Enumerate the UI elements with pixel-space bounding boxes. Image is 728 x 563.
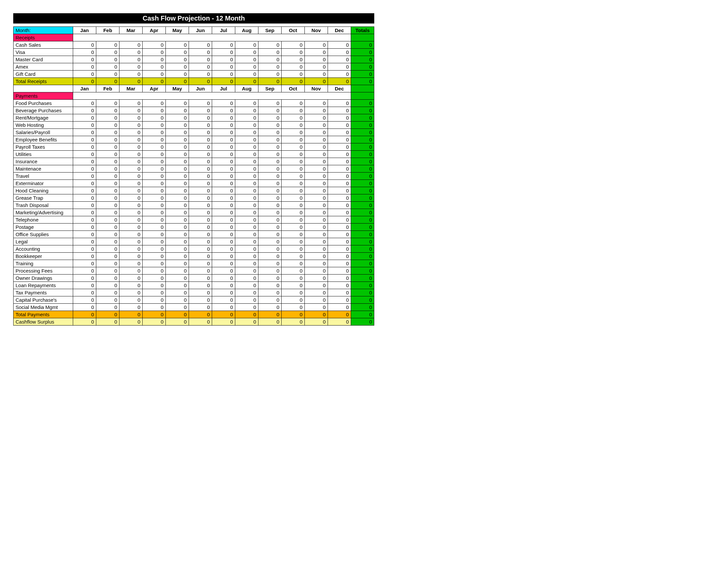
payments-item-value[interactable]: 0 (282, 143, 305, 151)
payments-item-value[interactable]: 0 (305, 289, 328, 297)
receipts-item-value[interactable]: 0 (258, 41, 282, 49)
payments-item-value[interactable]: 0 (328, 107, 351, 114)
payments-item-value[interactable]: 0 (328, 151, 351, 158)
receipts-item-value[interactable]: 0 (189, 49, 212, 56)
payments-item-value[interactable]: 0 (189, 223, 212, 231)
payments-item-value[interactable]: 0 (212, 187, 235, 194)
payments-item-value[interactable]: 0 (119, 260, 143, 267)
payments-item-value[interactable]: 0 (166, 151, 189, 158)
payments-item-value[interactable]: 0 (119, 282, 143, 289)
payments-item-value[interactable]: 0 (96, 260, 119, 267)
payments-item-value[interactable]: 0 (212, 260, 235, 267)
receipts-item-value[interactable]: 0 (119, 41, 143, 49)
payments-item-value[interactable]: 0 (73, 297, 96, 304)
payments-item-value[interactable]: 0 (258, 245, 282, 253)
payments-item-value[interactable]: 0 (119, 129, 143, 136)
receipts-item-value[interactable]: 0 (189, 63, 212, 70)
receipts-item-value[interactable]: 0 (166, 70, 189, 78)
payments-item-value[interactable]: 0 (282, 297, 305, 304)
payments-item-value[interactable]: 0 (282, 274, 305, 282)
payments-item-value[interactable]: 0 (282, 100, 305, 107)
payments-item-value[interactable]: 0 (73, 129, 96, 136)
payments-item-value[interactable]: 0 (212, 151, 235, 158)
receipts-item-value[interactable]: 0 (73, 56, 96, 63)
payments-item-value[interactable]: 0 (189, 158, 212, 165)
payments-item-value[interactable]: 0 (212, 165, 235, 172)
payments-item-value[interactable]: 0 (282, 260, 305, 267)
payments-item-value[interactable]: 0 (73, 202, 96, 209)
payments-item-value[interactable]: 0 (235, 121, 258, 129)
payments-item-value[interactable]: 0 (166, 260, 189, 267)
payments-item-value[interactable]: 0 (282, 129, 305, 136)
payments-item-value[interactable]: 0 (235, 253, 258, 260)
receipts-item-value[interactable]: 0 (73, 49, 96, 56)
payments-item-value[interactable]: 0 (258, 238, 282, 245)
payments-item-value[interactable]: 0 (73, 136, 96, 143)
payments-item-value[interactable]: 0 (73, 289, 96, 297)
receipts-item-value[interactable]: 0 (166, 49, 189, 56)
payments-item-value[interactable]: 0 (235, 202, 258, 209)
payments-item-value[interactable]: 0 (328, 216, 351, 223)
payments-item-value[interactable]: 0 (305, 216, 328, 223)
payments-item-value[interactable]: 0 (328, 158, 351, 165)
payments-item-value[interactable]: 0 (305, 158, 328, 165)
payments-item-value[interactable]: 0 (119, 194, 143, 202)
payments-item-value[interactable]: 0 (282, 245, 305, 253)
payments-item-value[interactable]: 0 (73, 143, 96, 151)
payments-item-value[interactable]: 0 (143, 107, 166, 114)
payments-item-value[interactable]: 0 (258, 143, 282, 151)
receipts-item-value[interactable]: 0 (235, 49, 258, 56)
payments-item-value[interactable]: 0 (282, 223, 305, 231)
payments-item-value[interactable]: 0 (212, 267, 235, 274)
payments-item-value[interactable]: 0 (328, 114, 351, 121)
receipts-item-value[interactable]: 0 (73, 70, 96, 78)
payments-item-value[interactable]: 0 (119, 245, 143, 253)
payments-item-value[interactable]: 0 (119, 253, 143, 260)
payments-item-value[interactable]: 0 (119, 216, 143, 223)
receipts-item-value[interactable]: 0 (166, 56, 189, 63)
payments-item-value[interactable]: 0 (73, 194, 96, 202)
payments-item-value[interactable]: 0 (305, 165, 328, 172)
receipts-item-value[interactable]: 0 (328, 63, 351, 70)
payments-item-value[interactable]: 0 (235, 158, 258, 165)
payments-item-value[interactable]: 0 (166, 100, 189, 107)
payments-item-value[interactable]: 0 (258, 129, 282, 136)
payments-item-value[interactable]: 0 (96, 172, 119, 180)
payments-item-value[interactable]: 0 (189, 100, 212, 107)
payments-item-value[interactable]: 0 (143, 216, 166, 223)
payments-item-value[interactable]: 0 (235, 260, 258, 267)
payments-item-value[interactable]: 0 (328, 223, 351, 231)
receipts-item-value[interactable]: 0 (96, 56, 119, 63)
payments-item-value[interactable]: 0 (282, 202, 305, 209)
payments-item-value[interactable]: 0 (143, 158, 166, 165)
payments-item-value[interactable]: 0 (166, 114, 189, 121)
payments-item-value[interactable]: 0 (166, 231, 189, 238)
receipts-item-value[interactable]: 0 (96, 70, 119, 78)
payments-item-value[interactable]: 0 (73, 274, 96, 282)
payments-item-value[interactable]: 0 (328, 121, 351, 129)
receipts-item-value[interactable]: 0 (143, 56, 166, 63)
payments-item-value[interactable]: 0 (143, 245, 166, 253)
payments-item-value[interactable]: 0 (328, 238, 351, 245)
payments-item-value[interactable]: 0 (328, 136, 351, 143)
payments-item-value[interactable]: 0 (73, 172, 96, 180)
payments-item-value[interactable]: 0 (96, 202, 119, 209)
payments-item-value[interactable]: 0 (143, 231, 166, 238)
payments-item-value[interactable]: 0 (143, 253, 166, 260)
payments-item-value[interactable]: 0 (328, 231, 351, 238)
payments-item-value[interactable]: 0 (96, 289, 119, 297)
payments-item-value[interactable]: 0 (328, 129, 351, 136)
payments-item-value[interactable]: 0 (282, 187, 305, 194)
receipts-item-value[interactable]: 0 (119, 49, 143, 56)
payments-item-value[interactable]: 0 (328, 289, 351, 297)
payments-item-value[interactable]: 0 (235, 172, 258, 180)
payments-item-value[interactable]: 0 (212, 253, 235, 260)
payments-item-value[interactable]: 0 (258, 216, 282, 223)
receipts-item-value[interactable]: 0 (258, 56, 282, 63)
payments-item-value[interactable]: 0 (166, 129, 189, 136)
payments-item-value[interactable]: 0 (189, 216, 212, 223)
payments-item-value[interactable]: 0 (305, 304, 328, 311)
payments-item-value[interactable]: 0 (235, 151, 258, 158)
payments-item-value[interactable]: 0 (282, 216, 305, 223)
payments-item-value[interactable]: 0 (73, 209, 96, 216)
